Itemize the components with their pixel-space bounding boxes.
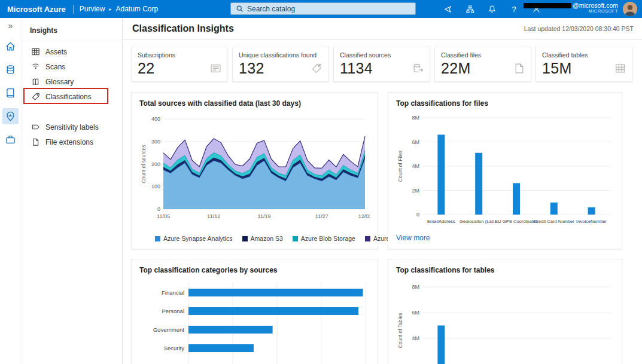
svg-text:0: 0 bbox=[157, 206, 160, 212]
svg-text:100: 100 bbox=[151, 183, 160, 189]
svg-text:0: 0 bbox=[416, 212, 419, 218]
legend-swatch bbox=[293, 236, 298, 241]
legend-item[interactable]: Azure Blob Storage bbox=[293, 235, 355, 242]
svg-text:11/12: 11/12 bbox=[207, 213, 220, 219]
sidebar-header: Insights bbox=[22, 22, 122, 41]
sidebar-item-label: Sensitivity labels bbox=[45, 123, 99, 131]
kpi-label: Classified files bbox=[441, 51, 525, 59]
kpi-card-classified-sources: Classified sources 1134 bbox=[333, 47, 430, 82]
breadcrumb: Purview ▸ Adatum Corp bbox=[80, 5, 158, 13]
chart-panel-total-sources: Total sources with classified data (last… bbox=[131, 92, 378, 249]
help-icon[interactable]: ? bbox=[509, 4, 519, 14]
kpi-card-classified-tables: Classified tables 15M bbox=[535, 47, 632, 82]
legend-item[interactable]: Amazon S3 bbox=[242, 235, 283, 242]
svg-text:4M: 4M bbox=[412, 163, 419, 169]
kpi-label: Unique classifications found bbox=[239, 51, 322, 59]
legend-label: Amazon S3 bbox=[251, 235, 283, 242]
sidebar-item-label: Scans bbox=[45, 63, 65, 71]
stacked-area-chart: 010020030040011/0511/1211/1911/2712/03Co… bbox=[139, 112, 370, 222]
legend-swatch bbox=[242, 236, 248, 241]
sidebar-item-label: Assets bbox=[45, 48, 67, 56]
page-title: Classification Insights bbox=[132, 23, 234, 34]
legend-swatch bbox=[155, 236, 160, 241]
azure-brand[interactable]: Microsoft Azure bbox=[0, 5, 71, 14]
svg-text:300: 300 bbox=[151, 139, 160, 145]
management-icon[interactable] bbox=[2, 131, 19, 148]
sidebar-item-glossary[interactable]: Glossary bbox=[22, 74, 122, 89]
kpi-value: 15M bbox=[542, 60, 626, 77]
svg-text:12/03: 12/03 bbox=[358, 213, 370, 219]
tables-bar-chart: 4M6M8MCount of Tables bbox=[396, 279, 614, 364]
view-more-link[interactable]: View more bbox=[396, 234, 430, 242]
sidebar-item-scans[interactable]: Scans bbox=[22, 59, 122, 74]
kpi-value: 22 bbox=[138, 60, 221, 77]
directory-icon[interactable] bbox=[464, 4, 475, 14]
legend-item[interactable]: Azure Synapse Analytics bbox=[155, 235, 233, 242]
last-updated: Last updated 12/03/2020 08:30:40 PST bbox=[524, 25, 634, 32]
classified-files-icon bbox=[513, 63, 525, 74]
subscriptions-icon bbox=[210, 63, 221, 74]
svg-text:8M: 8M bbox=[412, 115, 419, 121]
svg-text:11/19: 11/19 bbox=[258, 213, 271, 219]
data-sources-icon[interactable] bbox=[2, 62, 19, 78]
legend-swatch bbox=[365, 236, 370, 241]
sidebar-item-sensitivity-labels[interactable]: Sensitivity labels bbox=[22, 120, 122, 134]
svg-text:InvoiceNumber: InvoiceNumber bbox=[576, 219, 607, 224]
search-icon bbox=[236, 5, 244, 13]
chart-panel-top-files: Top classifications for files 02M4M6M8ME… bbox=[388, 92, 622, 249]
sidebar-item-label: Glossary bbox=[45, 78, 74, 86]
chart-panel-top-tables: Top classifications for tables 4M6M8MCou… bbox=[388, 259, 622, 364]
kpi-card-classified-files: Classified files 22M bbox=[434, 47, 531, 82]
svg-text:Geolocation (Lat/...: Geolocation (Lat/... bbox=[460, 219, 498, 224]
breadcrumb-purview[interactable]: Purview bbox=[80, 5, 105, 13]
sidebar-item-label: Classifications bbox=[45, 93, 92, 101]
kpi-value: 1134 bbox=[340, 60, 424, 77]
insights-icon[interactable] bbox=[2, 108, 19, 124]
legend-label: Azure Blob Storage bbox=[301, 235, 355, 242]
assets-icon bbox=[31, 47, 40, 57]
account-directory: MICROSOFT bbox=[524, 9, 618, 14]
svg-text:EU GPS Coordinates: EU GPS Coordinates bbox=[495, 219, 538, 224]
kpi-value: 22M bbox=[441, 60, 525, 77]
search-box bbox=[230, 2, 416, 15]
svg-text:EmailAddress: EmailAddress bbox=[427, 219, 455, 224]
svg-text:6M: 6M bbox=[412, 139, 419, 145]
brand-divider bbox=[73, 5, 74, 14]
data-catalog-icon[interactable] bbox=[2, 85, 19, 101]
page-header: Classification Insights Last updated 12/… bbox=[123, 18, 642, 40]
expand-collapse-icon[interactable]: » bbox=[8, 20, 13, 31]
send-feedback-icon[interactable] bbox=[442, 4, 453, 14]
chart-title: Top classifications for tables bbox=[396, 266, 614, 274]
avatar[interactable] bbox=[623, 2, 637, 16]
breadcrumb-org[interactable]: Adatum Corp bbox=[115, 5, 158, 13]
svg-text:Count of sources: Count of sources bbox=[141, 145, 147, 183]
kpi-label: Classified tables bbox=[542, 51, 626, 59]
main-content: Classification Insights Last updated 12/… bbox=[123, 18, 642, 364]
chart-title: Top classification categories by sources bbox=[139, 266, 370, 274]
avatar-image bbox=[623, 2, 637, 16]
top-bar: Microsoft Azure Purview ▸ Adatum Corp ? bbox=[0, 0, 642, 18]
notifications-icon[interactable] bbox=[486, 4, 497, 14]
charts-grid: Total sources with classified data (last… bbox=[131, 92, 632, 364]
sidebar-item-file-extensions[interactable]: File extensions bbox=[22, 134, 122, 149]
sidebar-item-assets[interactable]: Assets bbox=[22, 44, 122, 59]
unique-classifications-icon bbox=[311, 63, 322, 74]
kpi-card-unique-classifications: Unique classifications found 132 bbox=[232, 47, 329, 82]
classified-tables-icon bbox=[614, 63, 626, 74]
home-icon[interactable] bbox=[2, 38, 19, 54]
files-bar-chart: 02M4M6M8MEmailAddressGeolocation (Lat/..… bbox=[396, 112, 614, 230]
kpi-row: Subscriptions 22 Unique classifications … bbox=[131, 47, 632, 82]
sidebar-item-classifications[interactable]: Classifications bbox=[22, 89, 122, 104]
account-info[interactable]: @microsoft.com MICROSOFT bbox=[524, 2, 618, 14]
redacted-username bbox=[524, 3, 571, 8]
search-input[interactable] bbox=[247, 5, 410, 13]
insights-sidebar: Insights Assets Scans Glossary Classi bbox=[22, 18, 123, 364]
sensitivity-labels-icon bbox=[31, 123, 40, 132]
svg-text:400: 400 bbox=[151, 116, 160, 122]
legend-label: Azure Synapse Analytics bbox=[163, 235, 233, 242]
chart-title: Total sources with classified data (last… bbox=[139, 99, 370, 108]
svg-text:6M: 6M bbox=[412, 310, 419, 316]
breadcrumb-separator-icon: ▸ bbox=[109, 7, 111, 12]
nav-rail: » bbox=[0, 18, 22, 364]
kpi-label: Subscriptions bbox=[138, 51, 221, 59]
